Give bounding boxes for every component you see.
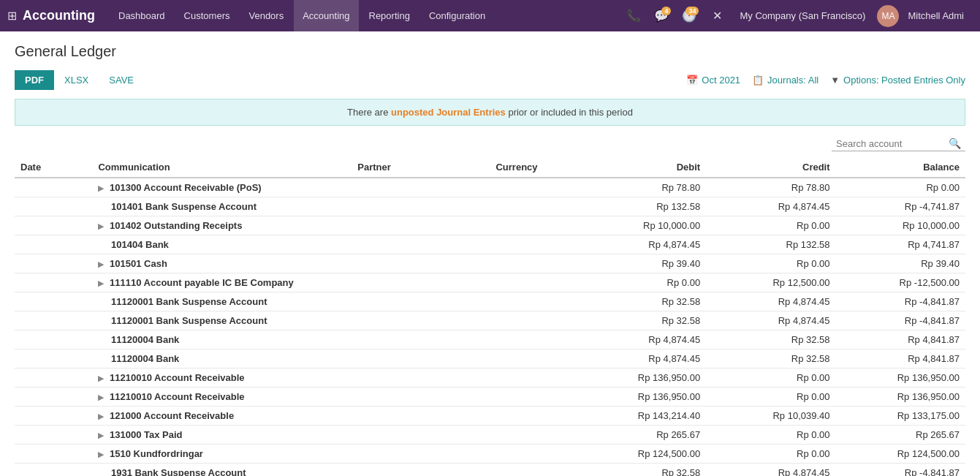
app-brand[interactable]: Accounting (23, 8, 95, 23)
table-row[interactable]: 11120004 Bank Rp 4,874.45 Rp 32.58 Rp 4,… (15, 350, 965, 369)
menu-item-configuration[interactable]: Configuration (420, 0, 494, 31)
account-name: 111110 Account payable IC BE Company (110, 277, 294, 288)
cell-balance: Rp 133,175.00 (836, 407, 965, 426)
table-row[interactable]: ▶ 101402 Outstanding Receipts Rp 10,000.… (15, 216, 965, 235)
expand-icon[interactable]: ▶ (98, 279, 104, 287)
cell-communication: 11120001 Bank Suspense Account (92, 292, 352, 311)
table-row[interactable]: 1931 Bank Suspense Account Rp 32.58 Rp 4… (15, 464, 965, 477)
cell-balance: Rp 124,500.00 (836, 445, 965, 464)
cell-communication: ▶ 101300 Account Receivable (PoS) (92, 178, 352, 197)
cell-debit: Rp 4,874.45 (577, 350, 706, 369)
cell-communication: 101401 Bank Suspense Account (92, 197, 352, 216)
options-label[interactable]: Options: Posted Entries Only (843, 75, 965, 86)
company-name[interactable]: My Company (San Francisco) (740, 10, 865, 21)
menu-item-dashboard[interactable]: Dashboard (110, 0, 174, 31)
table-row[interactable]: ▶ 121000 Account Receivable Rp 143,214.4… (15, 407, 965, 426)
search-bar: 🔍 (832, 136, 965, 151)
journals-filter[interactable]: 📋 Journals: All (752, 75, 818, 86)
cell-date (15, 178, 92, 197)
table-row[interactable]: 101404 Bank Rp 4,874.45 Rp 132.58 Rp 4,7… (15, 235, 965, 254)
cell-partner (352, 197, 490, 216)
table-row[interactable]: 11120004 Bank Rp 4,874.45 Rp 32.58 Rp 4,… (15, 330, 965, 350)
expand-icon[interactable]: ▶ (98, 450, 104, 458)
col-debit: Debit (577, 157, 706, 178)
cell-currency (490, 445, 576, 464)
cell-balance: Rp 10,000.00 (836, 216, 965, 235)
cell-date (15, 388, 92, 407)
cell-balance: Rp 4,841.87 (836, 350, 965, 369)
cell-date (15, 197, 92, 216)
account-name: 11210010 Account Receivable (110, 391, 245, 402)
table-row[interactable]: ▶ 11210010 Account Receivable Rp 136,950… (15, 388, 965, 407)
alert-banner: There are unposted Journal Entries prior… (15, 99, 965, 126)
cell-credit: Rp 4,874.45 (706, 197, 835, 216)
expand-icon[interactable]: ▶ (98, 222, 104, 230)
expand-icon[interactable]: ▶ (98, 374, 104, 382)
grid-icon[interactable]: ⊞ (7, 9, 17, 23)
journals-label[interactable]: Journals: All (767, 75, 818, 86)
cell-credit: Rp 32.58 (706, 330, 835, 350)
cell-date (15, 235, 92, 254)
col-balance: Balance (836, 157, 965, 178)
cell-communication: ▶ 11210010 Account Receivable (92, 388, 352, 407)
close-icon[interactable]: ✕ (706, 5, 728, 27)
save-button[interactable]: SAVE (99, 70, 144, 90)
alert-highlight[interactable]: unposted Journal Entries (391, 107, 506, 118)
clock-icon[interactable]: 🕐 34 (678, 5, 700, 27)
table-row[interactable]: 11120001 Bank Suspense Account Rp 32.58 … (15, 292, 965, 311)
phone-icon[interactable]: 📞 (623, 5, 645, 27)
clock-badge: 34 (685, 7, 699, 15)
menu-item-reporting[interactable]: Reporting (360, 0, 419, 31)
table-row[interactable]: 101401 Bank Suspense Account Rp 132.58 R… (15, 197, 965, 216)
expand-icon[interactable]: ▶ (98, 412, 104, 420)
cell-currency (490, 311, 576, 330)
table-row[interactable]: ▶ 1510 Kundfordringar Rp 124,500.00 Rp 0… (15, 445, 965, 464)
alert-text-after: prior or included in this period (508, 107, 633, 118)
cell-currency (490, 235, 576, 254)
table-row[interactable]: ▶ 101501 Cash Rp 39.40 Rp 0.00 Rp 39.40 (15, 254, 965, 273)
table-row[interactable]: ▶ 11210010 Account Receivable Rp 136,950… (15, 369, 965, 388)
cell-currency (490, 407, 576, 426)
cell-debit: Rp 39.40 (577, 254, 706, 273)
expand-icon[interactable]: ▶ (98, 184, 104, 192)
expand-icon[interactable]: ▶ (98, 393, 104, 401)
cell-balance: Rp -12,500.00 (836, 273, 965, 292)
table-row[interactable]: ▶ 111110 Account payable IC BE Company R… (15, 273, 965, 292)
search-icon: 🔍 (949, 137, 961, 149)
cell-balance: Rp -4,841.87 (836, 311, 965, 330)
cell-date (15, 407, 92, 426)
cell-credit: Rp 0.00 (706, 445, 835, 464)
cell-credit: Rp 4,874.45 (706, 311, 835, 330)
search-input[interactable] (836, 138, 946, 149)
cell-partner (352, 254, 490, 273)
options-filter[interactable]: ▼ Options: Posted Entries Only (830, 75, 965, 86)
expand-icon[interactable]: ▶ (98, 431, 104, 439)
user-name[interactable]: Mitchell Admi (905, 0, 973, 31)
pdf-button[interactable]: PDF (15, 70, 54, 90)
xlsx-button[interactable]: XLSX (54, 70, 99, 90)
table-body: ▶ 101300 Account Receivable (PoS) Rp 78.… (15, 178, 965, 476)
account-name: 11120001 Bank Suspense Account (111, 315, 267, 326)
period-label[interactable]: Oct 2021 (702, 75, 740, 86)
cell-date (15, 273, 92, 292)
toolbar: PDF XLSX SAVE 📅 Oct 2021 📋 Journals: All… (15, 70, 965, 90)
cell-balance: Rp 4,741.87 (836, 235, 965, 254)
cell-currency (490, 254, 576, 273)
cell-debit: Rp 136,950.00 (577, 388, 706, 407)
menu-item-vendors[interactable]: Vendors (240, 0, 292, 31)
cell-partner (352, 330, 490, 350)
period-filter[interactable]: 📅 Oct 2021 (686, 75, 740, 86)
expand-icon[interactable]: ▶ (98, 260, 104, 268)
account-name: 101300 Account Receivable (PoS) (110, 182, 262, 193)
table-row[interactable]: ▶ 101300 Account Receivable (PoS) Rp 78.… (15, 178, 965, 197)
cell-communication: 11120001 Bank Suspense Account (92, 311, 352, 330)
cell-communication: ▶ 131000 Tax Paid (92, 426, 352, 445)
cell-currency (490, 369, 576, 388)
table-row[interactable]: ▶ 131000 Tax Paid Rp 265.67 Rp 0.00 Rp 2… (15, 426, 965, 445)
table-row[interactable]: 11120001 Bank Suspense Account Rp 32.58 … (15, 311, 965, 330)
menu-item-accounting[interactable]: Accounting (294, 0, 358, 31)
menu-item-customers[interactable]: Customers (175, 0, 239, 31)
chat-icon[interactable]: 💬 4 (650, 5, 672, 27)
cell-credit: Rp 0.00 (706, 254, 835, 273)
user-avatar[interactable]: MA (877, 5, 899, 27)
